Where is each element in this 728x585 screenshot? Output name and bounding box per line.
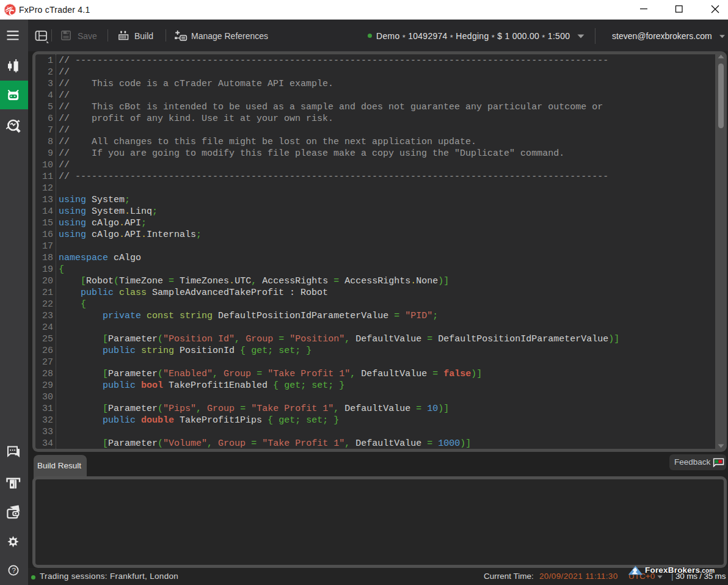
svg-text:?: ?: [12, 567, 16, 574]
svg-text:FxP: FxP: [7, 6, 13, 10]
